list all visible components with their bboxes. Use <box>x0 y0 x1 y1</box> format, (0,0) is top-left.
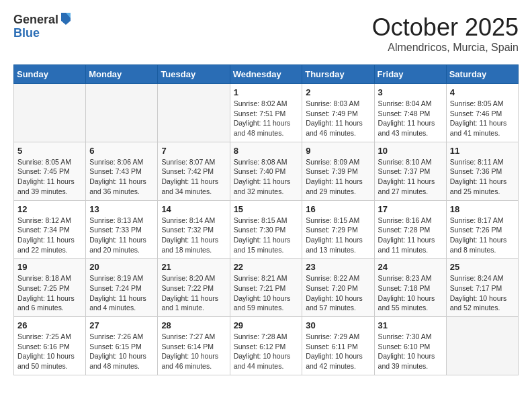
day-number: 6 <box>89 146 154 156</box>
day-info: Sunrise: 7:25 AM Sunset: 6:16 PM Dayligh… <box>17 332 82 371</box>
day-info: Sunrise: 7:28 AM Sunset: 6:12 PM Dayligh… <box>234 332 299 371</box>
day-info: Sunrise: 8:11 AM Sunset: 7:36 PM Dayligh… <box>450 157 515 197</box>
calendar-cell: 29Sunrise: 7:28 AM Sunset: 6:12 PM Dayli… <box>230 317 302 375</box>
day-info: Sunrise: 7:26 AM Sunset: 6:15 PM Dayligh… <box>89 332 154 371</box>
location: Almendricos, Murcia, Spain <box>372 42 519 54</box>
day-info: Sunrise: 8:10 AM Sunset: 7:37 PM Dayligh… <box>378 157 443 197</box>
day-number: 17 <box>378 204 443 214</box>
day-number: 22 <box>234 262 299 272</box>
calendar: SundayMondayTuesdayWednesdayThursdayFrid… <box>13 64 519 375</box>
day-number: 13 <box>89 204 154 214</box>
weekday-header: Sunday <box>14 65 86 84</box>
day-info: Sunrise: 8:21 AM Sunset: 7:21 PM Dayligh… <box>234 273 299 313</box>
day-number: 21 <box>161 262 226 272</box>
logo-icon <box>60 11 72 26</box>
day-number: 4 <box>450 87 515 97</box>
calendar-cell: 12Sunrise: 8:12 AM Sunset: 7:34 PM Dayli… <box>14 200 86 259</box>
day-info: Sunrise: 8:05 AM Sunset: 7:46 PM Dayligh… <box>450 99 515 138</box>
day-number: 26 <box>17 320 82 330</box>
day-number: 3 <box>378 87 443 97</box>
title-block: October 2025 Almendricos, Murcia, Spain <box>372 13 519 54</box>
day-number: 2 <box>306 87 370 97</box>
weekday-row: SundayMondayTuesdayWednesdayThursdayFrid… <box>14 65 519 84</box>
day-info: Sunrise: 8:14 AM Sunset: 7:32 PM Dayligh… <box>161 216 226 255</box>
calendar-cell: 23Sunrise: 8:22 AM Sunset: 7:20 PM Dayli… <box>302 259 374 317</box>
calendar-cell: 1Sunrise: 8:02 AM Sunset: 7:51 PM Daylig… <box>230 84 302 142</box>
day-info: Sunrise: 8:20 AM Sunset: 7:22 PM Dayligh… <box>161 273 226 313</box>
calendar-cell: 10Sunrise: 8:10 AM Sunset: 7:37 PM Dayli… <box>374 142 446 200</box>
day-info: Sunrise: 8:03 AM Sunset: 7:49 PM Dayligh… <box>306 99 370 138</box>
day-number: 20 <box>89 262 154 272</box>
day-number: 14 <box>161 204 226 214</box>
day-number: 8 <box>234 146 299 156</box>
day-number: 29 <box>234 320 299 330</box>
calendar-cell: 31Sunrise: 7:30 AM Sunset: 6:10 PM Dayli… <box>374 317 446 375</box>
calendar-cell: 11Sunrise: 8:11 AM Sunset: 7:36 PM Dayli… <box>446 142 518 200</box>
logo: General Blue <box>13 13 72 40</box>
weekday-header: Wednesday <box>230 65 302 84</box>
calendar-week-row: 1Sunrise: 8:02 AM Sunset: 7:51 PM Daylig… <box>14 84 519 142</box>
calendar-cell <box>86 84 158 142</box>
day-number: 5 <box>17 146 82 156</box>
day-info: Sunrise: 8:07 AM Sunset: 7:42 PM Dayligh… <box>161 157 226 197</box>
calendar-cell: 22Sunrise: 8:21 AM Sunset: 7:21 PM Dayli… <box>230 259 302 317</box>
weekday-header: Friday <box>374 65 446 84</box>
calendar-cell: 2Sunrise: 8:03 AM Sunset: 7:49 PM Daylig… <box>302 84 374 142</box>
day-info: Sunrise: 8:19 AM Sunset: 7:24 PM Dayligh… <box>89 273 154 313</box>
day-number: 16 <box>306 204 370 214</box>
calendar-cell: 8Sunrise: 8:08 AM Sunset: 7:40 PM Daylig… <box>230 142 302 200</box>
calendar-cell <box>14 84 86 142</box>
day-number: 10 <box>378 146 443 156</box>
calendar-week-row: 12Sunrise: 8:12 AM Sunset: 7:34 PM Dayli… <box>14 200 519 259</box>
day-info: Sunrise: 8:09 AM Sunset: 7:39 PM Dayligh… <box>306 157 370 197</box>
day-number: 23 <box>306 262 370 272</box>
day-info: Sunrise: 8:13 AM Sunset: 7:33 PM Dayligh… <box>89 216 154 255</box>
day-info: Sunrise: 7:29 AM Sunset: 6:11 PM Dayligh… <box>306 332 370 371</box>
day-info: Sunrise: 8:04 AM Sunset: 7:48 PM Dayligh… <box>378 99 443 138</box>
calendar-cell: 6Sunrise: 8:06 AM Sunset: 7:43 PM Daylig… <box>86 142 158 200</box>
day-info: Sunrise: 7:27 AM Sunset: 6:14 PM Dayligh… <box>161 332 226 371</box>
day-info: Sunrise: 8:18 AM Sunset: 7:25 PM Dayligh… <box>17 273 82 313</box>
calendar-cell: 17Sunrise: 8:16 AM Sunset: 7:28 PM Dayli… <box>374 200 446 259</box>
day-number: 9 <box>306 146 370 156</box>
day-info: Sunrise: 8:16 AM Sunset: 7:28 PM Dayligh… <box>378 216 443 255</box>
calendar-body: 1Sunrise: 8:02 AM Sunset: 7:51 PM Daylig… <box>14 84 519 375</box>
day-number: 19 <box>17 262 82 272</box>
day-number: 27 <box>89 320 154 330</box>
calendar-cell: 30Sunrise: 7:29 AM Sunset: 6:11 PM Dayli… <box>302 317 374 375</box>
day-info: Sunrise: 8:24 AM Sunset: 7:17 PM Dayligh… <box>450 273 515 313</box>
day-info: Sunrise: 8:23 AM Sunset: 7:18 PM Dayligh… <box>378 273 443 313</box>
page-header: General Blue October 2025 Almendricos, M… <box>13 13 519 54</box>
day-info: Sunrise: 8:15 AM Sunset: 7:29 PM Dayligh… <box>306 216 370 255</box>
day-info: Sunrise: 8:22 AM Sunset: 7:20 PM Dayligh… <box>306 273 370 313</box>
calendar-cell: 15Sunrise: 8:15 AM Sunset: 7:30 PM Dayli… <box>230 200 302 259</box>
calendar-week-row: 5Sunrise: 8:05 AM Sunset: 7:45 PM Daylig… <box>14 142 519 200</box>
calendar-cell: 5Sunrise: 8:05 AM Sunset: 7:45 PM Daylig… <box>14 142 86 200</box>
day-info: Sunrise: 8:08 AM Sunset: 7:40 PM Dayligh… <box>234 157 299 197</box>
calendar-cell <box>446 317 518 375</box>
weekday-header: Saturday <box>446 65 518 84</box>
day-number: 24 <box>378 262 443 272</box>
calendar-cell: 27Sunrise: 7:26 AM Sunset: 6:15 PM Dayli… <box>86 317 158 375</box>
logo-general: General <box>13 13 58 27</box>
day-number: 31 <box>378 320 443 330</box>
calendar-cell: 28Sunrise: 7:27 AM Sunset: 6:14 PM Dayli… <box>158 317 230 375</box>
logo-text: General Blue <box>13 13 72 40</box>
calendar-cell: 13Sunrise: 8:13 AM Sunset: 7:33 PM Dayli… <box>86 200 158 259</box>
day-number: 30 <box>306 320 370 330</box>
month-title: October 2025 <box>372 13 519 42</box>
day-number: 11 <box>450 146 515 156</box>
day-number: 1 <box>234 87 299 97</box>
day-info: Sunrise: 8:17 AM Sunset: 7:26 PM Dayligh… <box>450 216 515 255</box>
day-number: 12 <box>17 204 82 214</box>
day-info: Sunrise: 8:06 AM Sunset: 7:43 PM Dayligh… <box>89 157 154 197</box>
calendar-cell: 9Sunrise: 8:09 AM Sunset: 7:39 PM Daylig… <box>302 142 374 200</box>
calendar-cell: 25Sunrise: 8:24 AM Sunset: 7:17 PM Dayli… <box>446 259 518 317</box>
calendar-cell: 3Sunrise: 8:04 AM Sunset: 7:48 PM Daylig… <box>374 84 446 142</box>
logo-blue: Blue <box>13 27 72 40</box>
day-number: 7 <box>161 146 226 156</box>
day-number: 28 <box>161 320 226 330</box>
calendar-cell: 4Sunrise: 8:05 AM Sunset: 7:46 PM Daylig… <box>446 84 518 142</box>
day-info: Sunrise: 8:15 AM Sunset: 7:30 PM Dayligh… <box>234 216 299 255</box>
day-info: Sunrise: 7:30 AM Sunset: 6:10 PM Dayligh… <box>378 332 443 371</box>
